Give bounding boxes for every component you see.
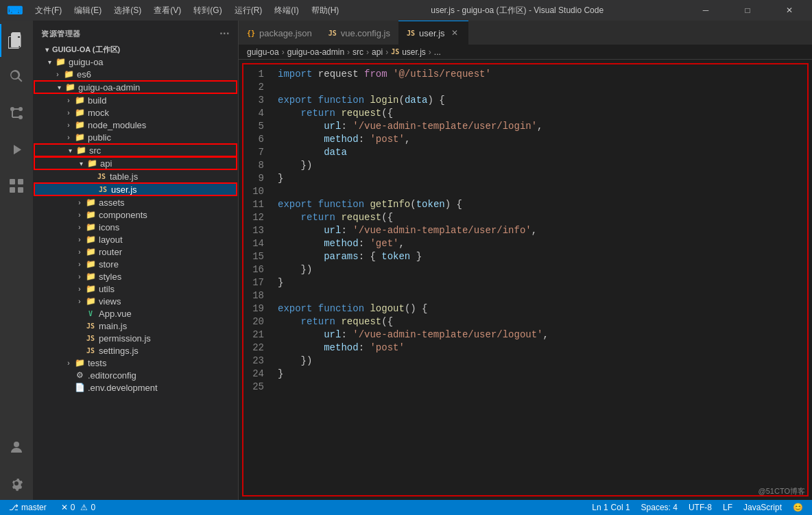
workspace-arrow: ▾ [41, 44, 52, 55]
sidebar-more-button[interactable]: ··· [219, 27, 230, 40]
tree-item-src[interactable]: ▾ 📁 src [34, 144, 237, 156]
tab-close-user-js[interactable]: ✕ [449, 27, 460, 38]
tree-item-node-modules[interactable]: › 📁 node_modules [33, 119, 238, 131]
tree-item-user-js[interactable]: › JS user.js [34, 183, 237, 195]
activity-debug[interactable] [0, 133, 33, 166]
sidebar-header: 资源管理器 ··· [33, 21, 238, 43]
svg-point-2 [19, 107, 23, 111]
breadcrumb-guigu-oa[interactable]: guigu-oa [247, 47, 279, 57]
ln-11: 11 [243, 198, 264, 211]
menu-run[interactable]: 运行(R) [229, 3, 268, 18]
ln-21: 21 [243, 328, 264, 342]
folder-icon-router: 📁 [85, 246, 96, 257]
tree-item-components[interactable]: › 📁 components [33, 208, 238, 221]
status-spaces[interactable]: Spaces: 4 [639, 500, 680, 515]
menu-file[interactable]: 文件(F) [29, 3, 67, 18]
editor-scroll[interactable]: 1 2 3 4 5 6 7 8 9 10 11 12 13 [243, 64, 807, 495]
code-line-14: method: 'get', [278, 237, 807, 250]
status-errors[interactable]: ✕ 0 ⚠ 0 [59, 500, 97, 515]
close-button[interactable]: ✕ [774, 0, 805, 21]
tree-item-layout[interactable]: › 📁 layout [33, 233, 238, 245]
status-eol[interactable]: LF [721, 500, 735, 515]
status-branch[interactable]: ⎇ master [7, 500, 49, 515]
tree-item-store[interactable]: › 📁 store [33, 258, 238, 270]
status-language[interactable]: JavaScript [741, 500, 784, 515]
arrow-src: ▾ [64, 145, 75, 156]
editor-area: {} package.json JS vue.config.js JS user… [239, 21, 812, 500]
tree-item-settings-js[interactable]: › JS settings.js [33, 344, 238, 357]
tree-item-editorconfig[interactable]: › ⚙ .editorconfig [33, 369, 238, 381]
tree-item-api[interactable]: ▾ 📁 api [34, 157, 237, 169]
code-line-23: }) [278, 355, 807, 368]
breadcrumb-user-js[interactable]: user.js [402, 47, 426, 57]
tree-item-app-vue[interactable]: › V App.vue [33, 307, 238, 320]
ln-18: 18 [243, 289, 264, 302]
tree-item-env-dev[interactable]: › 📄 .env.development [33, 381, 238, 394]
breadcrumb-api[interactable]: api [372, 47, 383, 57]
json-icon-package: {} [247, 29, 255, 37]
activity-account[interactable] [0, 431, 33, 464]
status-encoding[interactable]: UTF-8 [686, 500, 714, 515]
tree-item-router[interactable]: › 📁 router [33, 245, 238, 258]
folder-icon-components: 📁 [85, 209, 96, 220]
menu-edit[interactable]: 编辑(E) [69, 3, 107, 18]
tree-item-build[interactable]: › 📁 build [33, 94, 238, 106]
tree-item-guigu-oa[interactable]: ▾ 📁 guigu-oa [33, 56, 238, 68]
activity-explorer[interactable] [0, 24, 33, 57]
tree-item-tests[interactable]: › 📁 tests [33, 357, 238, 369]
tree-item-table-js[interactable]: › JS table.js [33, 170, 238, 182]
code-lines[interactable]: import request from '@/utils/request' ex… [274, 68, 807, 394]
activity-settings[interactable] [0, 467, 33, 500]
status-line-col[interactable]: Ln 1 Col 1 [590, 500, 632, 515]
folder-icon-guigu-oa-admin: 📁 [64, 82, 75, 93]
menu-select[interactable]: 选择(S) [108, 3, 147, 18]
menu-view[interactable]: 查看(V) [148, 3, 187, 18]
breadcrumb-sep-2: › [347, 47, 350, 57]
folder-icon-build: 📁 [74, 95, 85, 106]
titlebar-controls: ─ □ ✕ [690, 0, 805, 21]
activity-git[interactable] [0, 97, 33, 130]
tab-package-json[interactable]: {} package.json [239, 21, 320, 45]
arrow-icons: › [74, 221, 85, 232]
breadcrumb-ellipsis[interactable]: ... [434, 47, 441, 57]
ln-5: 5 [243, 120, 264, 133]
menu-terminal[interactable]: 终端(I) [269, 3, 304, 18]
tree-item-mock[interactable]: › 📁 mock [33, 106, 238, 119]
menu-help[interactable]: 帮助(H) [306, 3, 345, 18]
tree-item-guigu-oa-admin[interactable]: ▾ 📁 guigu-oa-admin [34, 81, 237, 93]
arrow-mock: › [63, 107, 74, 118]
tree-item-workspace[interactable]: ▾ GUIGU-OA (工作区) [33, 43, 238, 56]
folder-icon-guigu-oa: 📁 [55, 56, 66, 67]
tree-item-permission-js[interactable]: › JS permission.js [33, 332, 238, 344]
activity-search[interactable] [0, 60, 33, 93]
tree-item-public[interactable]: › 📁 public [33, 131, 238, 143]
arrow-components: › [74, 209, 85, 220]
label-public: public [88, 132, 111, 143]
tree-item-es6[interactable]: › 📁 es6 [33, 68, 238, 80]
tree-item-utils[interactable]: › 📁 utils [33, 283, 238, 295]
breadcrumb-guigu-oa-admin[interactable]: guigu-oa-admin [287, 47, 344, 57]
tab-vue-config-js[interactable]: JS vue.config.js [320, 21, 398, 45]
minimize-button[interactable]: ─ [690, 0, 721, 21]
breadcrumb-src[interactable]: src [353, 47, 363, 57]
activity-extensions[interactable] [0, 169, 33, 202]
file-icon-env: 📄 [74, 382, 85, 393]
main-layout: 资源管理器 ··· ▾ GUIGU-OA (工作区) ▾ 📁 guigu-oa … [0, 21, 812, 500]
svg-rect-9 [18, 187, 23, 193]
tree-item-assets[interactable]: › 📁 assets [33, 196, 238, 208]
svg-rect-6 [10, 179, 15, 184]
menu-goto[interactable]: 转到(G) [188, 3, 227, 18]
label-permission-js: permission.js [99, 333, 151, 344]
tab-user-js[interactable]: JS user.js ✕ [398, 21, 468, 45]
code-line-2 [278, 81, 807, 94]
titlebar: ⌨ 文件(F) 编辑(E) 选择(S) 查看(V) 转到(G) 运行(R) 终端… [0, 0, 812, 21]
ln-25: 25 [243, 381, 264, 394]
tree-item-styles[interactable]: › 📁 styles [33, 270, 238, 283]
label-icons: icons [99, 222, 119, 232]
tree-item-icons[interactable]: › 📁 icons [33, 221, 238, 233]
tree-item-main-js[interactable]: › JS main.js [33, 320, 238, 332]
maximize-button[interactable]: □ [732, 0, 763, 21]
tree-item-views[interactable]: › 📁 views [33, 295, 238, 307]
watermark: @51CTO博客 [759, 486, 805, 496]
status-feedback[interactable]: 😊 [791, 500, 805, 515]
